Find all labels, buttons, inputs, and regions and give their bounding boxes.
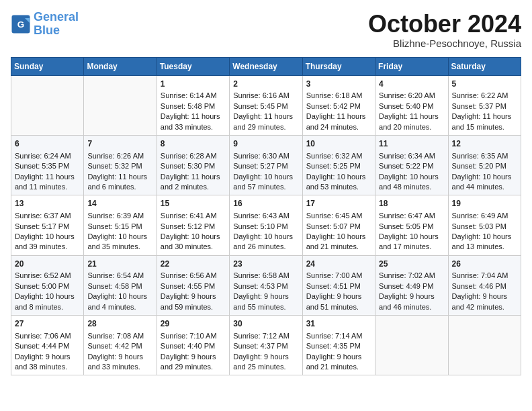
sunset-text: Sunset: 5:35 PM	[15, 161, 80, 171]
sunrise-text: Sunrise: 6:54 AM	[87, 271, 152, 281]
daylight-text: Daylight: 9 hours and 46 minutes.	[379, 291, 444, 312]
day-number: 18	[379, 198, 444, 210]
sunset-text: Sunset: 4:51 PM	[306, 281, 371, 291]
day-number: 12	[452, 138, 517, 150]
day-number: 26	[452, 259, 517, 270]
daylight-text: Daylight: 10 hours and 30 minutes.	[161, 232, 226, 253]
day-number: 17	[306, 198, 371, 210]
daylight-text: Daylight: 10 hours and 57 minutes.	[233, 172, 298, 193]
daylight-text: Daylight: 9 hours and 59 minutes.	[161, 291, 226, 312]
calendar-cell: 5Sunrise: 6:22 AMSunset: 5:37 PMDaylight…	[448, 75, 521, 135]
day-number: 16	[233, 198, 298, 210]
sunrise-text: Sunrise: 6:20 AM	[379, 91, 444, 101]
calendar-cell: 6Sunrise: 6:24 AMSunset: 5:35 PMDaylight…	[11, 135, 84, 195]
calendar-week-row: 6Sunrise: 6:24 AMSunset: 5:35 PMDaylight…	[11, 135, 521, 195]
dow-header: Thursday	[302, 57, 375, 75]
day-number: 5	[452, 79, 517, 90]
sunset-text: Sunset: 5:17 PM	[15, 222, 80, 232]
day-number: 11	[379, 138, 444, 150]
sunset-text: Sunset: 5:10 PM	[233, 222, 298, 232]
sunrise-text: Sunrise: 7:14 AM	[306, 331, 371, 341]
sunrise-text: Sunrise: 6:35 AM	[452, 151, 517, 161]
calendar-cell	[375, 316, 448, 375]
day-number: 29	[161, 318, 226, 330]
day-number: 3	[306, 79, 371, 90]
calendar-cell: 27Sunrise: 7:06 AMSunset: 4:44 PMDayligh…	[11, 316, 84, 375]
sunrise-text: Sunrise: 7:10 AM	[161, 331, 226, 341]
sunrise-text: Sunrise: 6:47 AM	[379, 211, 444, 221]
sunrise-text: Sunrise: 6:18 AM	[306, 91, 371, 101]
sunrise-text: Sunrise: 7:02 AM	[379, 271, 444, 281]
daylight-text: Daylight: 11 hours and 20 minutes.	[379, 111, 444, 132]
day-number: 13	[15, 198, 80, 210]
sunset-text: Sunset: 5:37 PM	[452, 101, 517, 111]
calendar-cell: 2Sunrise: 6:16 AMSunset: 5:45 PMDaylight…	[230, 75, 302, 135]
sunrise-text: Sunrise: 6:58 AM	[233, 271, 298, 281]
sunset-text: Sunset: 4:58 PM	[87, 281, 152, 291]
calendar-cell	[84, 75, 157, 135]
sunset-text: Sunset: 5:22 PM	[379, 161, 444, 171]
sunrise-text: Sunrise: 7:00 AM	[306, 271, 371, 281]
sunset-text: Sunset: 5:15 PM	[87, 222, 152, 232]
dow-header: Friday	[375, 57, 448, 75]
sunrise-text: Sunrise: 6:43 AM	[233, 211, 298, 221]
daylight-text: Daylight: 10 hours and 35 minutes.	[87, 232, 152, 253]
sunset-text: Sunset: 5:05 PM	[379, 222, 444, 232]
calendar-cell: 31Sunrise: 7:14 AMSunset: 4:35 PMDayligh…	[302, 316, 375, 375]
sunset-text: Sunset: 5:07 PM	[306, 222, 371, 232]
daylight-text: Daylight: 9 hours and 42 minutes.	[452, 291, 517, 312]
day-number: 31	[306, 318, 371, 330]
days-of-week-row: SundayMondayTuesdayWednesdayThursdayFrid…	[11, 57, 521, 75]
daylight-text: Daylight: 9 hours and 29 minutes.	[161, 352, 226, 373]
daylight-text: Daylight: 10 hours and 39 minutes.	[15, 232, 80, 253]
sunrise-text: Sunrise: 7:12 AM	[233, 331, 298, 341]
daylight-text: Daylight: 11 hours and 2 minutes.	[161, 172, 226, 193]
sunrise-text: Sunrise: 6:28 AM	[161, 151, 226, 161]
calendar-cell: 9Sunrise: 6:30 AMSunset: 5:27 PMDaylight…	[230, 135, 302, 195]
dow-header: Tuesday	[157, 57, 229, 75]
day-number: 25	[379, 259, 444, 270]
day-number: 15	[161, 198, 226, 210]
sunrise-text: Sunrise: 6:32 AM	[306, 151, 371, 161]
calendar-cell: 8Sunrise: 6:28 AMSunset: 5:30 PMDaylight…	[157, 135, 229, 195]
sunset-text: Sunset: 5:30 PM	[161, 161, 226, 171]
sunrise-text: Sunrise: 6:52 AM	[15, 271, 80, 281]
sunrise-text: Sunrise: 6:22 AM	[452, 91, 517, 101]
calendar-week-row: 1Sunrise: 6:14 AMSunset: 5:48 PMDaylight…	[11, 75, 521, 135]
sunrise-text: Sunrise: 6:49 AM	[452, 211, 517, 221]
day-number: 4	[379, 79, 444, 90]
day-number: 19	[452, 198, 517, 210]
sunset-text: Sunset: 5:20 PM	[452, 161, 517, 171]
sunrise-text: Sunrise: 6:41 AM	[161, 211, 226, 221]
calendar-cell: 26Sunrise: 7:04 AMSunset: 4:46 PMDayligh…	[448, 255, 521, 315]
svg-text:G: G	[17, 19, 25, 29]
sunrise-text: Sunrise: 7:08 AM	[87, 331, 152, 341]
calendar-cell: 25Sunrise: 7:02 AMSunset: 4:49 PMDayligh…	[375, 255, 448, 315]
sunset-text: Sunset: 4:37 PM	[233, 341, 298, 351]
day-number: 22	[161, 259, 226, 270]
calendar-cell: 12Sunrise: 6:35 AMSunset: 5:20 PMDayligh…	[448, 135, 521, 195]
sunrise-text: Sunrise: 6:14 AM	[161, 91, 226, 101]
day-number: 9	[233, 138, 298, 150]
sunrise-text: Sunrise: 7:06 AM	[15, 331, 80, 341]
day-number: 14	[87, 198, 152, 210]
sunset-text: Sunset: 4:35 PM	[306, 341, 371, 351]
calendar-body: 1Sunrise: 6:14 AMSunset: 5:48 PMDaylight…	[11, 75, 521, 375]
page-header: G General Blue October 2024 Blizhne-Peso…	[11, 11, 521, 49]
daylight-text: Daylight: 10 hours and 13 minutes.	[452, 232, 517, 253]
sunset-text: Sunset: 5:32 PM	[87, 161, 152, 171]
sunrise-text: Sunrise: 6:34 AM	[379, 151, 444, 161]
dow-header: Sunday	[11, 57, 84, 75]
day-number: 7	[87, 138, 152, 150]
calendar-cell: 28Sunrise: 7:08 AMSunset: 4:42 PMDayligh…	[84, 316, 157, 375]
logo-text: General Blue	[34, 11, 79, 38]
sunset-text: Sunset: 5:27 PM	[233, 161, 298, 171]
calendar-cell: 17Sunrise: 6:45 AMSunset: 5:07 PMDayligh…	[302, 195, 375, 255]
calendar-cell: 16Sunrise: 6:43 AMSunset: 5:10 PMDayligh…	[230, 195, 302, 255]
sunset-text: Sunset: 5:03 PM	[452, 222, 517, 232]
daylight-text: Daylight: 9 hours and 25 minutes.	[233, 352, 298, 373]
day-number: 28	[87, 318, 152, 330]
daylight-text: Daylight: 10 hours and 4 minutes.	[87, 291, 152, 312]
sunset-text: Sunset: 4:40 PM	[161, 341, 226, 351]
calendar-cell: 24Sunrise: 7:00 AMSunset: 4:51 PMDayligh…	[302, 255, 375, 315]
